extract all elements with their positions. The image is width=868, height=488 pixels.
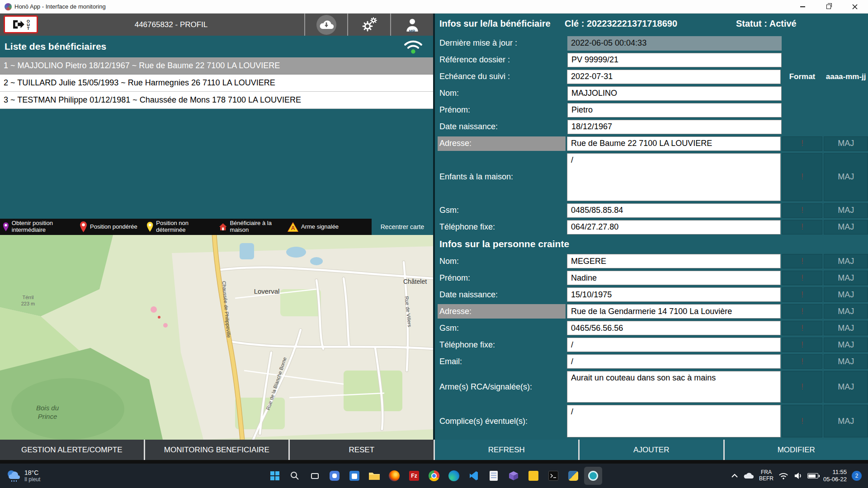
feared-prenom-input[interactable] [567,271,781,285]
reference-input[interactable] [567,53,782,67]
prenom-row: Prénom: [438,103,868,117]
fixe-input[interactable] [567,220,781,235]
warn-button[interactable]: ! [782,371,823,403]
maj-button[interactable]: MAJ [824,136,868,151]
taskbar-center-icons: Fz [265,467,603,485]
ajouter-button[interactable]: AJOUTER [578,440,723,460]
maj-button[interactable]: MAJ [824,254,868,268]
file-explorer-button[interactable] [365,467,383,485]
terminal-button[interactable] [544,467,562,485]
viewer3d-button[interactable] [505,467,523,485]
vscode-button[interactable] [465,467,483,485]
recenter-map-button[interactable]: Recentrer carte [372,219,433,235]
monitoring-beneficiaire-button[interactable]: MONITORING BENEFICIAIRE [144,440,289,460]
modifier-button[interactable]: MODIFIER [723,440,868,460]
echeance-input[interactable] [567,70,781,84]
list-item[interactable]: 3 ~ TESTMAN Philippe 01/12/1981 ~ Chauss… [0,92,433,109]
feared-email-input[interactable] [567,354,781,369]
wifi-tray-icon[interactable] [778,472,788,480]
maj-button[interactable]: MAJ [824,203,868,218]
list-item[interactable]: 2 ~ TUILLARD Julie 15/05/1993 ~ Rue Harm… [0,75,433,92]
logout-button[interactable]: OUT [4,15,38,33]
clock[interactable]: 11:55 05-06-22 [823,469,847,483]
feared-gsm-input[interactable] [567,321,781,335]
warn-button[interactable]: ! [782,354,823,369]
python-button[interactable] [564,467,582,485]
gsm-input[interactable] [567,203,781,218]
close-button[interactable] [842,0,868,13]
maj-button[interactable]: MAJ [824,287,868,302]
filezilla-button[interactable]: Fz [405,467,423,485]
notification-badge[interactable]: 2 [852,471,862,481]
firefox-button[interactable] [385,467,403,485]
chat-app-button[interactable] [326,467,344,485]
feared-nom-input[interactable] [567,254,781,268]
chevron-up-icon[interactable] [731,474,738,478]
beneficiary-list: 1 ~ MAJJOLINO Pietro 18/12/1967 ~ Rue de… [0,57,433,109]
warn-button[interactable]: ! [782,287,823,302]
weather-widget[interactable]: 18°C Il pleut [0,469,40,483]
refresh-button[interactable]: REFRESH [434,440,579,460]
mp-label: MP [409,29,415,33]
restore-button[interactable] [816,0,842,13]
enfants-textarea[interactable]: / [567,153,781,201]
maj-button[interactable]: MAJ [824,338,868,352]
volume-icon[interactable] [793,472,802,479]
maj-button[interactable]: MAJ [824,371,868,403]
warn-button[interactable]: ! [782,136,823,151]
chrome-button[interactable] [425,467,443,485]
store-app-button[interactable] [345,467,363,485]
warn-button[interactable]: ! [782,338,823,352]
close-icon [852,4,858,9]
maj-button[interactable]: MAJ [824,271,868,285]
map-water [240,243,254,259]
maj-button[interactable]: MAJ [824,153,868,201]
maj-button[interactable]: MAJ [824,354,868,369]
yellow-pin-icon [146,221,153,233]
field-label: Nom: [438,254,566,268]
onedrive-cloud-icon[interactable] [743,472,754,479]
monitoring-app-button[interactable] [584,467,602,485]
edge-button[interactable] [445,467,463,485]
task-view-button[interactable] [306,467,324,485]
list-item[interactable]: 1 ~ MAJJOLINO Pietro 18/12/1967 ~ Rue de… [0,57,433,75]
warn-button[interactable]: ! [782,254,823,268]
warn-button[interactable]: ! [782,153,823,201]
settings-button[interactable] [347,14,390,36]
maj-button[interactable]: MAJ [824,405,868,437]
cloud-download-icon [318,19,335,31]
feared-adresse-input[interactable] [567,304,781,319]
language-indicator[interactable]: FRA BEFR [759,469,774,482]
warn-button[interactable]: ! [782,203,823,218]
feared-armes-textarea[interactable]: Aurait un couteau dans son sac à mains [567,371,781,403]
map-label-bois-1: Bois du [36,404,59,412]
warn-button[interactable]: ! [782,304,823,319]
warn-button[interactable]: ! [782,321,823,335]
maj-button[interactable]: MAJ [824,220,868,235]
search-button[interactable] [286,467,304,485]
feared-fixe-input[interactable] [567,338,781,352]
minimize-button[interactable] [789,0,816,13]
gestion-alerte-button[interactable]: GESTION ALERTE/COMPTE [0,440,144,460]
battery-icon[interactable] [807,473,818,479]
warn-button[interactable]: ! [782,271,823,285]
feared-complices-textarea[interactable]: / [567,405,781,437]
warn-button[interactable]: ! [782,220,823,235]
maj-button[interactable]: MAJ [824,304,868,319]
map[interactable]: Loverval Châtelet Térril 223 m Bois du P… [0,235,433,440]
notepad-button[interactable] [485,467,503,485]
prenom-input[interactable] [567,103,782,117]
notes-app-button[interactable] [524,467,542,485]
naissance-input[interactable] [567,120,782,134]
feared-naissance-input[interactable] [567,287,781,302]
download-button[interactable] [304,14,347,36]
adresse-input[interactable] [567,136,781,151]
chrome-icon [429,470,439,481]
warn-button[interactable]: ! [782,405,823,437]
mp-user-button[interactable]: MP [390,14,433,36]
nom-input[interactable] [567,86,782,101]
maj-button[interactable]: MAJ [824,321,868,335]
gear-icon [361,17,377,33]
reset-button[interactable]: RESET [288,440,434,460]
start-button[interactable] [266,467,284,485]
